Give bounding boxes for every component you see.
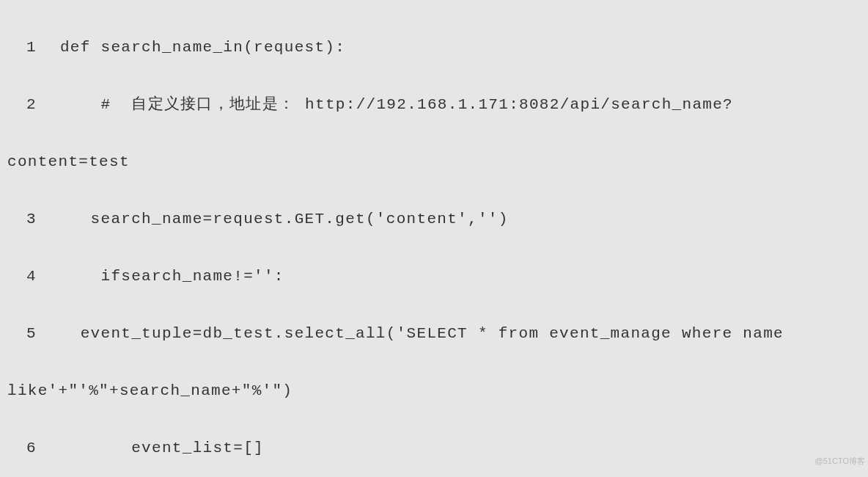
code-text: like'+"'%"+search_name+"%'") [7, 382, 293, 399]
code-line: 3 search_name=request.GET.get('content',… [7, 205, 861, 233]
code-line-wrap: like'+"'%"+search_name+"%'") [7, 376, 861, 405]
line-number: 5 [7, 319, 37, 348]
code-block: 1 def search_name_in(request): 2 # 自定义接口… [0, 0, 868, 477]
code-line: 6 event_list=[] [7, 434, 861, 462]
code-text: content=test [7, 153, 130, 170]
code-text: ifsearch_name!='': [50, 268, 284, 285]
code-text: search_name=request.GET.get('content',''… [50, 211, 509, 227]
code-text: event_tuple=db_test.select_all('SELECT *… [50, 325, 794, 342]
line-number: 6 [7, 434, 37, 462]
code-text: def search_name_in(request): [50, 39, 345, 56]
line-number: 3 [7, 205, 37, 233]
line-number: 1 [7, 33, 37, 62]
code-text: # 自定义接口，地址是： http://192.168.1.171:8082/a… [50, 96, 733, 113]
code-line: 2 # 自定义接口，地址是： http://192.168.1.171:8082… [7, 90, 861, 119]
code-line: 1 def search_name_in(request): [7, 33, 861, 62]
watermark: @51CTO博客 [815, 447, 865, 476]
line-number: 4 [7, 262, 37, 291]
code-line: 4 ifsearch_name!='': [7, 262, 861, 291]
line-number: 2 [7, 90, 37, 119]
code-line-wrap: content=test [7, 148, 861, 176]
code-text: event_list=[] [50, 440, 264, 456]
code-line: 5 event_tuple=db_test.select_all('SELECT… [7, 319, 861, 348]
